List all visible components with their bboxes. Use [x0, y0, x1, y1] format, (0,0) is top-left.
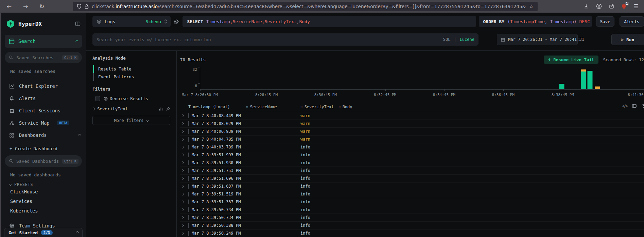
bookmark-star-icon[interactable]: ☆ [529, 3, 534, 10]
drag-handle-icon[interactable]: ∷ [246, 105, 248, 109]
calendar-icon [501, 37, 505, 42]
preset-item[interactable]: Services [1, 196, 86, 206]
pin-icon[interactable] [166, 107, 170, 111]
x-tick-mark [563, 89, 563, 91]
table-row[interactable]: Mar 7 8:39:51.637 PMinfo [180, 183, 644, 190]
field-chart-icon[interactable] [159, 107, 163, 111]
drag-handle-icon[interactable]: ∷ [300, 105, 302, 109]
histogram-plot[interactable] [200, 67, 644, 90]
table-row[interactable]: Mar 7 8:39:50.734 PMinfo [180, 206, 644, 214]
column-header-servicename[interactable]: ∷ServiceName [246, 105, 300, 109]
saved-searches-input[interactable] [16, 55, 59, 60]
table-row[interactable]: Mar 7 8:39:51.696 PMinfo [180, 175, 644, 183]
resume-live-tail-button[interactable]: Resume Live Tail [544, 56, 598, 64]
mode-event-patterns[interactable]: Event Patterns [93, 73, 170, 81]
get-started-panel[interactable]: Get Started 2/3 [4, 228, 83, 237]
sidebar-item-chart-explorer[interactable]: Chart Explorer [1, 80, 86, 92]
saved-dashboards-search[interactable]: Ctrl K [5, 155, 82, 167]
run-button[interactable]: ▷ Run [611, 34, 644, 45]
row-expand-chevron-icon[interactable] [180, 217, 188, 219]
create-dashboard-button[interactable]: + Create Dashboard [1, 141, 86, 151]
alerts-button[interactable]: Alerts [620, 16, 644, 27]
lucene-toggle[interactable]: Lucene [460, 37, 474, 42]
table-row[interactable]: Mar 7 8:39:50.388 PMinfo [180, 222, 644, 230]
search-input[interactable] [97, 37, 440, 42]
row-expand-chevron-icon[interactable] [180, 224, 188, 226]
table-row[interactable]: Mar 7 8:39:50.249 PMinfo [180, 230, 644, 237]
histogram-bar[interactable] [581, 69, 586, 89]
code-view-icon[interactable]: </> [622, 104, 628, 108]
saved-dashboards-input[interactable] [16, 159, 59, 164]
account-icon[interactable] [596, 3, 602, 9]
column-header-timestamp[interactable]: Timestamp (Local) [188, 105, 246, 109]
table-row[interactable]: Mar 7 8:39:51.993 PMinfo [180, 151, 644, 159]
source-settings-gear-icon[interactable] [173, 19, 179, 25]
row-expand-chevron-icon[interactable] [180, 138, 188, 140]
table-row[interactable]: Mar 7 8:40:06.939 PMwarn [180, 128, 644, 136]
row-expand-chevron-icon[interactable] [180, 154, 188, 156]
forward-icon[interactable]: → [21, 3, 30, 10]
table-columns-icon[interactable] [632, 104, 637, 108]
reload-icon[interactable]: ↻ [37, 3, 46, 10]
table-row[interactable]: Mar 7 8:40:03.789 PMinfo [180, 143, 644, 151]
row-expand-chevron-icon[interactable] [180, 177, 188, 179]
downloads-icon[interactable] [584, 4, 589, 9]
filter-field-severitytext[interactable]: SeverityText [92, 106, 170, 111]
histogram-bar[interactable] [587, 71, 592, 89]
collapse-sidebar-icon[interactable] [75, 21, 81, 27]
url-bar[interactable]: clickstack.infrastructure.asio/search?so… [73, 2, 538, 11]
saved-searches-search[interactable]: Ctrl K [5, 52, 82, 63]
table-row[interactable]: Mar 7 8:40:08.029 PMwarn [180, 120, 644, 128]
x-axis-tick-label: 8:30:45 PM [314, 93, 337, 97]
back-icon[interactable]: ← [5, 3, 14, 10]
row-expand-chevron-icon[interactable] [180, 130, 188, 132]
preset-item[interactable]: Kubernetes [1, 206, 86, 216]
preset-item[interactable]: ClickHouse [1, 187, 86, 196]
presets-header[interactable]: PRESETS [1, 177, 86, 187]
search-bar[interactable]: SQL | Lucene [92, 33, 478, 46]
sidebar-item-dashboards[interactable]: Dashboards [1, 129, 86, 141]
save-button[interactable]: Save [596, 16, 614, 27]
menu-icon[interactable]: ☰ [634, 3, 639, 10]
row-expand-chevron-icon[interactable] [180, 170, 188, 172]
row-expand-chevron-icon[interactable] [180, 232, 188, 234]
row-expand-chevron-icon[interactable] [180, 123, 188, 125]
histogram-bar[interactable] [559, 84, 564, 89]
column-header-body[interactable]: ∷Body [338, 105, 644, 109]
sidebar-item-alerts[interactable]: Alerts [1, 92, 86, 105]
denoise-checkbox[interactable] [95, 96, 100, 101]
row-expand-chevron-icon[interactable] [180, 193, 188, 195]
source-selector[interactable]: Logs Schema [92, 16, 171, 27]
drag-handle-icon[interactable]: ∷ [338, 105, 341, 109]
row-expand-chevron-icon[interactable] [180, 185, 188, 187]
row-expand-chevron-icon[interactable] [180, 201, 188, 203]
sidebar-item-search[interactable]: Search [5, 35, 82, 48]
table-row[interactable]: Mar 7 8:39:51.753 PMinfo [180, 167, 644, 175]
table-row[interactable]: Mar 7 8:39:51.337 PMinfo [180, 198, 644, 206]
table-row[interactable]: Mar 7 8:40:04.785 PMwarn [180, 136, 644, 143]
x-axis-tick-label: 8:34:45 PM [433, 93, 455, 97]
sidebar-item-service-map[interactable]: Service Map BETA [1, 117, 86, 129]
row-expand-chevron-icon[interactable] [180, 115, 188, 117]
date-range-picker[interactable]: Mar 7 20:26:31 - Mar 7 20:41:31 [497, 34, 578, 45]
table-row[interactable]: Mar 7 8:39:51.519 PMinfo [180, 190, 644, 198]
more-filters-button[interactable]: More filters [92, 116, 170, 125]
mode-results-table[interactable]: Results Table [93, 65, 170, 73]
order-by-editor[interactable]: ORDER BY (TimestampTime, Timestamp) DESC [479, 16, 592, 27]
table-row[interactable]: Mar 7 8:40:08.449 PMwarn [180, 112, 644, 120]
row-expand-chevron-icon[interactable] [180, 146, 188, 148]
sql-toggle[interactable]: SQL [443, 37, 451, 42]
table-row[interactable]: Mar 7 8:39:51.930 PMinfo [180, 159, 644, 167]
column-header-severitytext[interactable]: ∷SeverityText [300, 105, 338, 109]
table-settings-icon[interactable] [641, 104, 644, 108]
select-clause-editor[interactable]: SELECT Timestamp,ServiceName,SeverityTex… [182, 16, 476, 27]
histogram-bar[interactable] [595, 86, 600, 89]
adblock-extension-icon[interactable]: 1 [621, 4, 627, 9]
row-timestamp: Mar 7 8:39:51.753 PM [188, 168, 246, 173]
table-row[interactable]: Mar 7 8:39:50.734 PMinfo [180, 214, 644, 222]
row-expand-chevron-icon[interactable] [180, 209, 188, 211]
source-label: Logs [105, 19, 115, 24]
sidebar-item-client-sessions[interactable]: Client Sessions [1, 105, 86, 117]
share-icon[interactable] [609, 4, 614, 9]
row-expand-chevron-icon[interactable] [180, 162, 188, 164]
